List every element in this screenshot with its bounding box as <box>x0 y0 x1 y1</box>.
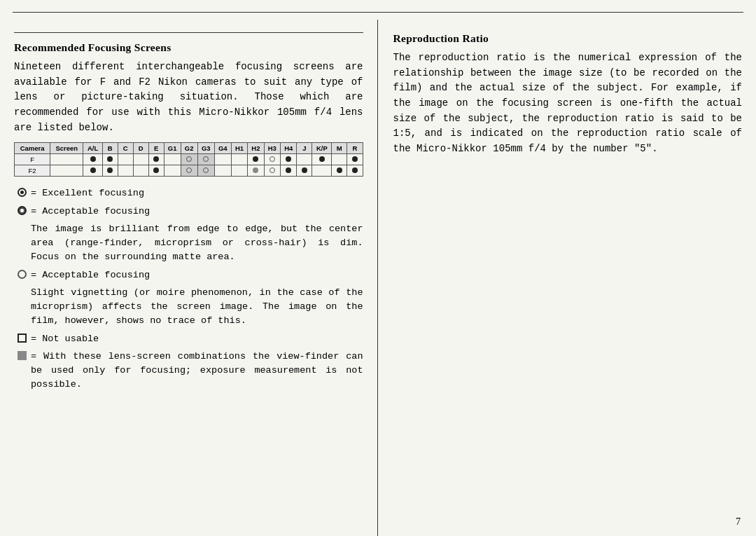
content-area: Recommended Focusing Screens Nineteen di… <box>0 13 756 536</box>
cell-f-g2 <box>181 154 197 165</box>
col-j: J <box>297 143 312 154</box>
legend-square: = Not usable <box>14 332 363 346</box>
top-border <box>13 0 743 13</box>
cell-f-h3 <box>264 154 280 165</box>
page-number: 7 <box>736 516 741 528</box>
legend-open-circle: = Acceptable focusing <box>14 268 363 282</box>
camera-f2: F2 <box>15 165 50 177</box>
table-row: F <box>15 154 363 165</box>
cell-f-screen <box>50 154 83 165</box>
cell-f2-j <box>297 165 312 177</box>
legend-excellent-text: = Excellent focusing <box>31 186 363 200</box>
col-g2: G2 <box>181 143 197 154</box>
cell-f2-al <box>83 165 102 177</box>
col-al: A/L <box>83 143 102 154</box>
cell-f2-h1 <box>231 165 247 177</box>
cell-f-g3 <box>197 154 214 165</box>
cell-f-e <box>148 154 164 165</box>
cell-f-g4 <box>214 154 231 165</box>
legend-acceptable-filled: = Acceptable focusing <box>14 205 363 219</box>
cell-f2-m <box>332 165 347 177</box>
legend-excellent: = Excellent focusing <box>14 186 363 200</box>
col-c: C <box>118 143 133 154</box>
right-body: The reproduction ratio is the numerical … <box>393 50 743 157</box>
cell-f2-d <box>133 165 148 177</box>
right-column: Reproduction Ratio The reproduction rati… <box>378 20 757 536</box>
cell-f2-kp <box>312 165 332 177</box>
legend-gray-square: = With these lens-screen combinations th… <box>14 350 363 392</box>
cell-f-kp <box>312 154 332 165</box>
col-g1: G1 <box>164 143 181 154</box>
table-row: F2 <box>15 165 363 177</box>
left-section-title: Recommended Focusing Screens <box>14 41 363 54</box>
legend-square-text: = Not usable <box>31 332 363 346</box>
cell-f2-h2 <box>248 165 264 177</box>
excellent-symbol-icon <box>14 188 29 197</box>
col-r: R <box>347 143 363 154</box>
cell-f2-g1 <box>164 165 181 177</box>
cell-f-al <box>83 154 102 165</box>
col-b: B <box>102 143 118 154</box>
cell-f-b <box>102 154 118 165</box>
legend-acceptable-filled-text: = Acceptable focusing <box>31 205 363 219</box>
cell-f-h2 <box>248 154 264 165</box>
col-e: E <box>148 143 164 154</box>
col-camera: Camera <box>15 143 50 154</box>
gray-square-symbol-icon <box>14 351 29 360</box>
screen-table: Camera Screen A/L B C D E G1 G2 G3 G4 H1… <box>14 142 363 177</box>
right-section-title: Reproduction Ratio <box>393 32 743 45</box>
legend-acceptable-filled-indent: The image is brilliant from edge to edge… <box>31 222 363 265</box>
col-h4: H4 <box>281 143 297 154</box>
col-screen: Screen <box>50 143 83 154</box>
legend-open-circle-text: = Acceptable focusing <box>31 268 363 282</box>
cell-f2-e <box>148 165 164 177</box>
cell-f-c <box>118 154 133 165</box>
col-g4: G4 <box>214 143 231 154</box>
cell-f-g1 <box>164 154 181 165</box>
col-m: M <box>332 143 347 154</box>
left-column: Recommended Focusing Screens Nineteen di… <box>0 20 378 536</box>
cell-f-h1 <box>231 154 247 165</box>
col-h2: H2 <box>248 143 264 154</box>
col-g3: G3 <box>197 143 214 154</box>
camera-f: F <box>15 154 50 165</box>
open-circle-symbol-icon <box>14 270 29 279</box>
legend-open-circle-indent: Slight vignetting (or moire phenomenon, … <box>31 286 363 329</box>
col-h3: H3 <box>264 143 280 154</box>
legend-gray-square-text: = With these lens-screen combinations th… <box>31 350 363 392</box>
cell-f2-screen <box>50 165 83 177</box>
col-h1: H1 <box>231 143 247 154</box>
acceptable-filled-symbol-icon <box>14 206 29 215</box>
cell-f-m <box>332 154 347 165</box>
cell-f2-h4 <box>281 165 297 177</box>
left-intro: Nineteen different interchangeable focus… <box>14 60 363 135</box>
cell-f2-r <box>347 165 363 177</box>
cell-f-j <box>297 154 312 165</box>
cell-f2-g4 <box>214 165 231 177</box>
cell-f2-g3 <box>197 165 214 177</box>
page: Recommended Focusing Screens Nineteen di… <box>0 0 756 536</box>
cell-f-h4 <box>281 154 297 165</box>
cell-f-r <box>347 154 363 165</box>
cell-f2-c <box>118 165 133 177</box>
col-kp: K/P <box>312 143 332 154</box>
square-symbol-icon <box>14 334 29 343</box>
cell-f-d <box>133 154 148 165</box>
cell-f2-h3 <box>264 165 280 177</box>
cell-f2-b <box>102 165 118 177</box>
col-d: D <box>133 143 148 154</box>
cell-f2-g2 <box>181 165 197 177</box>
left-divider <box>14 32 363 33</box>
